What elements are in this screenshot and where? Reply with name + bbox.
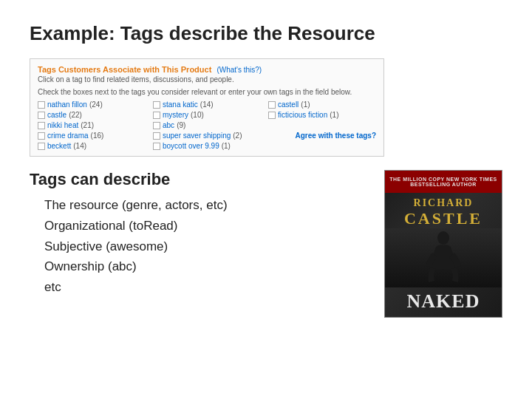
tag-item: crime drama(16) — [38, 132, 146, 140]
tag-link[interactable]: crime drama — [47, 132, 89, 140]
tag-link[interactable]: stana katic — [163, 100, 198, 109]
slide: Example: Tags describe the Resource Tags… — [0, 0, 532, 399]
tag-checkbox[interactable] — [38, 112, 45, 119]
tag-count: (10) — [191, 111, 204, 119]
tag-count: (24) — [89, 100, 103, 109]
tag-count: (22) — [69, 111, 82, 119]
tags-columns: nathan fillon(24) castle(22) nikki heat(… — [38, 100, 376, 150]
whats-this-link[interactable]: (What's this?) — [216, 66, 262, 74]
tag-item: nathan fillon(24) — [38, 100, 146, 109]
book-cover-top: THE MILLION COPY NEW YORK TIMES BESTSELL… — [385, 171, 502, 193]
tag-item: castle(22) — [38, 111, 146, 119]
tag-count: (14) — [73, 142, 86, 150]
tags-box-header: Tags Customers Associate with This Produ… — [38, 65, 376, 74]
tag-item: super saver shipping(2) — [153, 132, 261, 140]
tag-count: (21) — [81, 121, 94, 129]
tag-count: (9) — [177, 121, 185, 129]
tag-checkbox[interactable] — [153, 112, 160, 119]
svg-point-0 — [437, 231, 449, 245]
tag-checkbox[interactable] — [268, 101, 276, 109]
tag-item: stana katic(14) — [153, 100, 261, 109]
tag-count: (1) — [301, 100, 310, 109]
tag-link[interactable]: abc — [163, 121, 174, 129]
tag-link[interactable]: mystery — [163, 111, 188, 119]
tag-item: boycott over 9.99(1) — [153, 142, 261, 150]
tag-item: beckett(14) — [38, 142, 146, 150]
tag-count: (2) — [233, 132, 242, 140]
tag-link[interactable]: nathan fillon — [47, 100, 87, 109]
tags-col-3: castell(1) ficticious fiction(1) Agree w… — [268, 100, 376, 150]
list-item: Ownership (abc) — [44, 258, 369, 276]
tags-box: Tags Customers Associate with This Produ… — [30, 58, 384, 157]
tag-link[interactable]: castell — [278, 100, 299, 109]
tag-item: ficticious fiction(1) — [268, 111, 376, 119]
book-author-first: RICHARD — [385, 193, 502, 209]
tag-link[interactable]: nikki heat — [47, 121, 78, 129]
list-item: Subjective (awesome) — [44, 238, 369, 256]
book-title-heat: HEAT — [385, 313, 502, 318]
tag-checkbox[interactable] — [38, 132, 45, 140]
tag-link-castle[interactable]: castle — [47, 111, 66, 119]
tag-checkbox[interactable] — [38, 101, 45, 109]
slide-title: Example: Tags describe the Resource — [30, 22, 502, 45]
agree-tags-link[interactable]: Agree with these tags? — [296, 132, 376, 140]
tag-link[interactable]: ficticious fiction — [278, 111, 327, 119]
list-item: etc — [44, 279, 369, 296]
list-item: Organizational (toRead) — [44, 217, 369, 235]
bottom-section: Tags can describe The resource (genre, a… — [30, 170, 502, 318]
book-cover: THE MILLION COPY NEW YORK TIMES BESTSELL… — [384, 170, 502, 318]
tag-count: (1) — [222, 142, 231, 150]
tag-checkbox[interactable] — [153, 122, 160, 129]
tag-checkbox[interactable] — [153, 132, 160, 140]
tag-item: castell(1) — [268, 100, 376, 109]
tag-item: mystery(10) — [153, 111, 261, 119]
tag-count: (14) — [200, 100, 214, 109]
book-author-last: CASTLE — [385, 209, 502, 228]
book-title-naked: NAKED — [385, 287, 502, 313]
book-cover-image-area — [385, 228, 502, 287]
list-item: The resource (genre, actors, etc) — [44, 197, 369, 214]
tag-checkbox[interactable] — [153, 101, 160, 109]
tags-box-instruction: Check the boxes next to the tags you con… — [38, 88, 376, 96]
tag-count: (1) — [330, 111, 338, 119]
tag-link[interactable]: boycott over 9.99 — [163, 142, 219, 150]
book-cover-top-text: THE MILLION COPY NEW YORK TIMES BESTSELL… — [389, 177, 498, 187]
tag-checkbox[interactable] — [38, 143, 45, 150]
tags-can-describe-heading: Tags can describe — [30, 170, 369, 189]
tag-link[interactable]: super saver shipping — [163, 132, 231, 140]
tags-col-1: nathan fillon(24) castle(22) nikki heat(… — [38, 100, 146, 150]
tag-checkbox[interactable] — [153, 143, 160, 150]
tags-col-2: stana katic(14) mystery(10) abc(9) super… — [153, 100, 261, 150]
tags-box-header-text: Tags Customers Associate with This Produ… — [38, 65, 211, 74]
tags-list: The resource (genre, actors, etc) Organi… — [30, 197, 369, 296]
book-silhouette-icon — [421, 231, 466, 286]
tags-description: Tags can describe The resource (genre, a… — [30, 170, 369, 318]
tags-box-subtitle: Click on a tag to find related items, di… — [38, 75, 376, 83]
tag-count: (16) — [91, 132, 104, 140]
tag-item: nikki heat(21) — [38, 121, 146, 129]
tag-link[interactable]: beckett — [47, 142, 71, 150]
tag-checkbox[interactable] — [38, 122, 45, 129]
tag-item: abc(9) — [153, 121, 261, 129]
tag-checkbox[interactable] — [268, 112, 276, 119]
